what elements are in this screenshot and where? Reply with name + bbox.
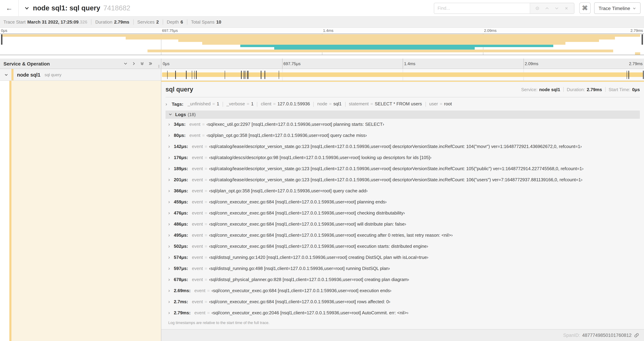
chevron-right-icon[interactable]: › [168, 243, 172, 249]
collapse-all-icon[interactable] [140, 61, 144, 66]
chevron-right-icon[interactable]: › [168, 188, 172, 193]
log-field-key: event [194, 288, 206, 293]
log-row[interactable]: ›366μs:event=‹sql/plan_opt.go:358 [nsql1… [166, 185, 640, 196]
chevron-right-icon[interactable]: › [168, 166, 172, 171]
log-event-tick[interactable] [247, 71, 248, 79]
tag-equals: = [273, 101, 276, 106]
minimap-left-scrubber[interactable] [1, 34, 2, 45]
log-equals: = [205, 199, 207, 204]
find-input[interactable] [434, 3, 530, 13]
back-button[interactable]: ← [0, 0, 19, 16]
chevron-right-icon[interactable]: › [168, 132, 172, 138]
chevron-right-icon[interactable]: › [168, 121, 172, 127]
span-duration-bar[interactable] [162, 72, 643, 77]
log-row[interactable]: ›2.69ms:event=‹sql/conn_executor_exec.go… [166, 285, 640, 296]
log-row[interactable]: ›2.7ms:event=‹sql/conn_executor_exec.go:… [166, 296, 640, 307]
log-field-key: event [190, 133, 200, 138]
span-detail-title: sql query [166, 86, 193, 93]
view-selector-dropdown[interactable]: Trace Timeline [594, 3, 640, 14]
spacer [0, 55, 644, 59]
log-field-key: event [192, 254, 203, 260]
chevron-right-icon[interactable]: › [168, 177, 172, 182]
log-row[interactable]: ›574μs:event=‹sql/distsql_running.go:142… [166, 252, 640, 263]
chevron-right-icon[interactable]: › [168, 265, 172, 271]
log-row[interactable]: ›189μs:event=‹sql/catalog/lease/descript… [166, 163, 640, 174]
log-event-tick[interactable] [278, 71, 279, 79]
link-icon[interactable] [634, 333, 639, 338]
span-row-label[interactable]: node sql1 sql query [0, 69, 161, 80]
column-resize-grip[interactable]: ∥ [158, 65, 160, 68]
log-event-tick[interactable] [245, 71, 246, 79]
log-event-tick[interactable] [643, 71, 644, 79]
log-row[interactable]: ›476μs:event=‹sql/conn_executor_exec.go:… [166, 207, 640, 218]
log-row[interactable]: ›502μs:event=‹sql/conn_executor_exec.go:… [166, 240, 640, 252]
trace-minimap[interactable] [0, 34, 644, 55]
log-row[interactable]: ›80μs:event=‹sql/plan_opt.go:358 [nsql1,… [166, 130, 640, 141]
prev-result-icon[interactable] [545, 6, 550, 11]
chevron-right-icon[interactable]: › [168, 210, 172, 216]
span-row[interactable]: node sql1 sql query [0, 69, 644, 81]
chevron-down-icon[interactable] [24, 6, 30, 11]
log-event-tick[interactable] [627, 71, 627, 79]
logs-section-header[interactable]: Logs (18) [166, 111, 640, 119]
log-event-tick[interactable] [241, 71, 242, 79]
span-detail-stats: Service:node sql1Duration:2.79msStart Ti… [521, 87, 640, 92]
log-event-tick[interactable] [248, 71, 249, 79]
collapse-one-icon[interactable] [123, 61, 128, 66]
log-row[interactable]: ›678μs:event=‹sql/distsql_physical_plann… [166, 274, 640, 285]
chevron-right-icon[interactable]: › [168, 199, 172, 204]
minimap-right-scrubber[interactable] [642, 34, 643, 45]
log-field-value: ‹sql/distsql_physical_planner.go:828 [ns… [209, 277, 409, 282]
divider [563, 87, 564, 92]
log-event-tick[interactable] [261, 71, 261, 79]
span-stat: Duration:2.79ms [567, 87, 602, 92]
log-event-tick[interactable] [175, 71, 176, 79]
log-row[interactable]: ›459μs:event=‹sql/conn_executor_exec.go:… [166, 196, 640, 207]
log-row[interactable]: ›142μs:event=‹sql/catalog/lease/descript… [166, 141, 640, 152]
keyboard-shortcuts-button[interactable]: ⌘ [579, 3, 590, 14]
chevron-right-icon[interactable]: › [168, 288, 172, 293]
log-row[interactable]: ›34μs:event=‹sql/exec_util.go:2297 [nsql… [166, 119, 640, 130]
log-event-tick[interactable] [224, 71, 225, 79]
log-row[interactable]: ›2.79ms:event=‹sql/conn_executor_exec.go… [166, 307, 640, 318]
log-event-tick[interactable] [196, 71, 197, 79]
chevron-right-icon[interactable]: › [168, 221, 172, 227]
log-event-tick[interactable] [192, 71, 192, 79]
chevron-right-icon[interactable]: › [166, 101, 170, 107]
log-row[interactable]: ›495μs:event=‹sql/conn_executor_exec.go:… [166, 229, 640, 240]
span-id-footer: SpanID: 4877749850101760812 [161, 329, 644, 341]
log-event-tick[interactable] [628, 71, 629, 79]
chevron-down-icon[interactable] [4, 73, 8, 77]
log-event-tick[interactable] [265, 71, 265, 79]
divider [133, 20, 134, 25]
log-event-tick[interactable] [244, 71, 244, 79]
log-event-tick[interactable] [194, 71, 195, 79]
next-result-icon[interactable] [554, 6, 559, 11]
expand-one-icon[interactable] [132, 61, 136, 66]
tag-equals: = [212, 101, 215, 106]
command-icon: ⌘ [582, 5, 588, 12]
chevron-right-icon[interactable]: › [168, 143, 172, 149]
log-row[interactable]: ›486μs:event=‹sql/conn_executor_exec.go:… [166, 218, 640, 229]
log-row[interactable]: ›201μs:event=‹sql/catalog/lease/descript… [166, 174, 640, 185]
log-equals: = [207, 310, 210, 315]
expand-all-icon[interactable] [148, 61, 153, 66]
log-row[interactable]: ›597μs:event=‹sql/distsql_running.go:498… [166, 263, 640, 274]
chevron-right-icon[interactable]: › [168, 254, 172, 260]
minimap-tick-label: 2.79ms [630, 29, 643, 33]
log-row[interactable]: ›176μs:event=‹sql/catalog/descs/descript… [166, 152, 640, 163]
find-group [434, 3, 574, 14]
chevron-right-icon[interactable]: › [168, 232, 172, 238]
log-field-value: ‹sql/conn_executor_exec.go:684 [nsql1,cl… [209, 221, 406, 226]
chevron-right-icon[interactable]: › [168, 310, 172, 315]
clear-find-icon[interactable] [564, 6, 569, 11]
log-event-tick[interactable] [186, 71, 186, 79]
log-field-value: ‹sql/plan_opt.go:358 [nsql1,client=127.0… [209, 188, 368, 193]
span-timeline-track[interactable] [161, 69, 644, 80]
chevron-right-icon[interactable]: › [168, 276, 172, 282]
chevron-right-icon[interactable]: › [168, 299, 172, 304]
chevron-right-icon[interactable]: › [168, 155, 172, 160]
locate-icon[interactable] [535, 6, 540, 11]
tags-row[interactable]: › Tags: _unfinished=1_verbose=1client=12… [166, 97, 640, 111]
log-event-tick[interactable] [167, 71, 168, 79]
